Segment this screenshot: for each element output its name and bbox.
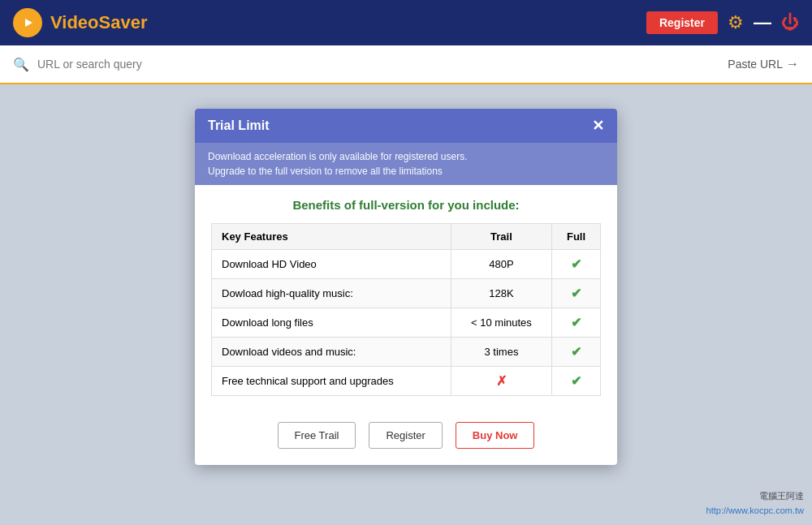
- cross-icon: ✗: [496, 374, 507, 388]
- settings-icon[interactable]: ⚙: [728, 12, 744, 33]
- table-row: Download HD Video 480P ✔: [212, 250, 601, 279]
- subtitle-line2: Upgrade to the full version to remove al…: [208, 166, 443, 177]
- table-row: Free technical support and upgrades ✗ ✔: [212, 367, 601, 396]
- header-register-button[interactable]: Register: [646, 11, 718, 34]
- trial-limit-dialog: Trial Limit ✕ Download acceleration is o…: [195, 109, 617, 465]
- power-icon[interactable]: ⏻: [781, 12, 799, 33]
- check-icon: ✔: [571, 257, 581, 271]
- trial-value: 480P: [451, 250, 551, 279]
- paste-url-button[interactable]: Paste URL →: [728, 57, 799, 71]
- header-right: Register ⚙ — ⏻: [646, 11, 799, 34]
- feature-name: Download HD Video: [212, 250, 451, 279]
- paste-url-label: Paste URL: [728, 58, 783, 71]
- free-trial-button[interactable]: Free Trail: [278, 422, 356, 449]
- check-icon: ✔: [571, 345, 581, 359]
- table-row: Download videos and music: 3 times ✔: [212, 338, 601, 367]
- register-button[interactable]: Register: [369, 422, 442, 449]
- features-table: Key Features Trail Full Download HD Vide…: [211, 223, 601, 396]
- col-header-features: Key Features: [212, 224, 451, 250]
- watermark-url: http://www.kocpc.com.tw: [706, 506, 804, 515]
- search-bar: 🔍 Paste URL →: [0, 45, 812, 84]
- dialog-close-button[interactable]: ✕: [592, 117, 604, 135]
- full-value: ✔: [552, 338, 601, 367]
- table-row: Download long files < 10 minutes ✔: [212, 308, 601, 338]
- col-header-full: Full: [552, 224, 601, 250]
- logo-icon: [13, 8, 42, 37]
- subtitle-line1: Download acceleration is only available …: [208, 151, 468, 162]
- table-row: Dowload high-quality music: 128K ✔: [212, 279, 601, 308]
- check-icon: ✔: [571, 374, 581, 388]
- feature-name: Download long files: [212, 308, 451, 338]
- feature-name: Free technical support and upgrades: [212, 367, 451, 396]
- dialog-body: Benefits of full-version for you include…: [195, 185, 617, 409]
- feature-name: Download videos and music:: [212, 338, 451, 367]
- full-value: ✔: [552, 367, 601, 396]
- benefits-title: Benefits of full-version for you include…: [211, 198, 601, 212]
- search-icon: 🔍: [13, 57, 29, 72]
- paste-url-arrow-icon: →: [786, 57, 799, 71]
- trial-value: ✗: [451, 367, 551, 396]
- check-icon: ✔: [571, 316, 581, 329]
- search-input[interactable]: [37, 58, 719, 71]
- header-left: VideoSaver: [13, 8, 147, 37]
- dialog-subtitle: Download acceleration is only available …: [195, 143, 617, 185]
- watermark-site-name: 電腦王阿達: [706, 490, 804, 502]
- header: VideoSaver Register ⚙ — ⏻: [0, 0, 812, 45]
- feature-name: Dowload high-quality music:: [212, 279, 451, 308]
- trial-value: < 10 minutes: [451, 308, 551, 338]
- col-header-trial: Trail: [451, 224, 551, 250]
- full-value: ✔: [552, 308, 601, 338]
- minimize-icon[interactable]: —: [754, 12, 771, 33]
- buy-now-button[interactable]: Buy Now: [456, 422, 535, 449]
- dialog-header: Trial Limit ✕: [195, 109, 617, 143]
- trial-value: 128K: [451, 279, 551, 308]
- main-content: Trial Limit ✕ Download acceleration is o…: [0, 84, 812, 525]
- watermark: 電腦王阿達 http://www.kocpc.com.tw: [706, 490, 804, 517]
- app-title: VideoSaver: [50, 12, 147, 33]
- full-value: ✔: [552, 279, 601, 308]
- full-value: ✔: [552, 250, 601, 279]
- check-icon: ✔: [571, 286, 581, 300]
- dialog-footer: Free Trail Register Buy Now: [195, 409, 617, 465]
- dialog-title: Trial Limit: [208, 118, 270, 133]
- trial-value: 3 times: [451, 338, 551, 367]
